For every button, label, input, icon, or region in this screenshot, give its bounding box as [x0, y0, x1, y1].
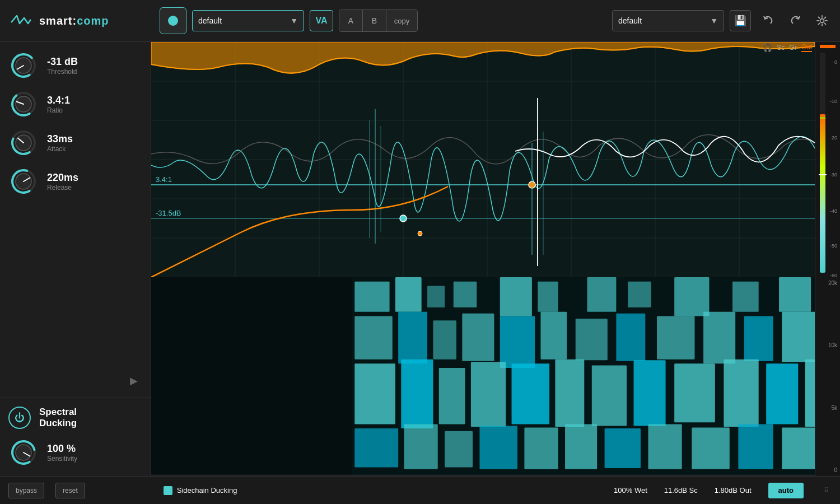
spectral-main	[151, 277, 840, 476]
preset1-arrow: ▼	[290, 16, 298, 25]
sidechain-indicator: Sidechain Ducking	[164, 486, 237, 495]
release-info: 220ms Release	[47, 172, 78, 192]
svg-point-0	[820, 19, 824, 23]
threshold-value: -31 dB	[47, 56, 78, 68]
svg-rect-97	[352, 277, 840, 476]
footer-stats: 100% Wet 11.6dB Sc 1.80dB Out auto ⠿	[614, 483, 832, 498]
right-panel: 🎧 Sc Gr Out	[151, 42, 840, 476]
settings-button[interactable]	[813, 11, 832, 30]
bypass-button[interactable]: bypass	[8, 483, 44, 498]
attack-info: 33ms Attack	[47, 133, 73, 153]
frequency-labels: 20k 10k 5k 0	[815, 277, 840, 476]
left-panel: -31 dB Threshold 3.4:1 Ratio	[0, 42, 151, 476]
a-button[interactable]: A	[339, 10, 363, 31]
meter-yellow-tick	[820, 117, 825, 119]
meter-scale: 0 -10 -20 -30 -40 -50 -60	[815, 48, 840, 277]
header-right: default ▼ 💾	[612, 10, 832, 32]
gr-label[interactable]: Gr	[789, 44, 796, 52]
undo-button[interactable]	[757, 10, 779, 32]
spectral-power-button[interactable]: ⏻	[8, 407, 31, 429]
attack-label: Attack	[47, 145, 73, 153]
threshold-row: -31 dB Threshold	[8, 50, 142, 81]
play-button[interactable]: ▶	[125, 372, 142, 389]
spectral-svg	[151, 277, 840, 476]
threshold-knob[interactable]	[8, 50, 39, 81]
spectral-info: Spectral Ducking	[39, 407, 77, 429]
ratio-value: 3.4:1	[47, 95, 70, 106]
visualizer-main: 3.4:1 -31.5dB	[151, 42, 815, 277]
redo-button[interactable]	[785, 10, 807, 32]
record-dot	[168, 16, 178, 26]
sensitivity-value: 100 %	[47, 443, 77, 455]
b-button[interactable]: B	[363, 10, 386, 31]
svg-point-38	[400, 215, 407, 222]
sc-stat: 11.6dB Sc	[664, 486, 698, 494]
out-stat: 1.80dB Out	[715, 486, 752, 494]
footer: bypass reset Sidechain Ducking 100% Wet …	[0, 476, 840, 504]
params-section: -31 dB Threshold 3.4:1 Ratio	[0, 42, 151, 398]
visualizer-svg: 3.4:1 -31.5dB	[151, 42, 815, 277]
threshold-label: Threshold	[47, 68, 78, 76]
visualizer-wrapper: 3.4:1 -31.5dB	[151, 42, 840, 277]
spectral-wrapper: 20k 10k 5k 0	[151, 277, 840, 476]
reset-button[interactable]: reset	[55, 483, 85, 498]
sidechain-label: Sidechain Ducking	[177, 486, 237, 494]
sensitivity-knob[interactable]	[8, 437, 39, 468]
preset2-select[interactable]: default ▼	[612, 10, 724, 31]
svg-text:3.4:1: 3.4:1	[156, 175, 172, 184]
meter-tick	[819, 174, 827, 175]
main-content: -31 dB Threshold 3.4:1 Ratio	[0, 42, 840, 476]
sensitivity-row: 100 % Sensitivity	[8, 437, 142, 468]
freq-10k: 10k	[828, 342, 837, 348]
attack-knob[interactable]	[8, 128, 39, 158]
auto-button[interactable]: auto	[768, 483, 804, 498]
svg-text:-31.5dB: -31.5dB	[156, 209, 181, 217]
logo-icon	[8, 11, 34, 31]
level-meter: 0 -10 -20 -30 -40 -50 -60	[815, 42, 840, 277]
ratio-knob[interactable]	[8, 89, 39, 119]
ratio-label: Ratio	[47, 106, 70, 114]
spectral-title2: Ducking	[39, 418, 77, 429]
freq-0: 0	[834, 467, 837, 473]
sensitivity-info: 100 % Sensitivity	[47, 443, 77, 463]
ratio-row: 3.4:1 Ratio	[8, 89, 142, 119]
preset2-arrow: ▼	[710, 16, 718, 25]
spectral-ducking-row: ⏻ Spectral Ducking	[8, 407, 142, 429]
save-button[interactable]: 💾	[730, 10, 751, 31]
release-value: 220ms	[47, 172, 78, 184]
spectral-title1: Spectral	[39, 407, 77, 418]
wet-stat: 100% Wet	[614, 486, 647, 494]
save-icon: 💾	[734, 15, 746, 27]
app-name: smart:comp	[39, 15, 109, 27]
attack-row: 33ms Attack	[8, 128, 142, 158]
sidechain-square	[164, 486, 172, 495]
sc-label[interactable]: Sc	[777, 44, 785, 52]
meter-bar-fill	[820, 53, 825, 273]
release-knob[interactable]	[8, 166, 39, 197]
out-label[interactable]: Out	[801, 43, 812, 52]
va-button[interactable]: VA	[310, 10, 333, 31]
ab-group: A B copy	[339, 10, 418, 32]
freq-20k: 20k	[828, 280, 837, 286]
record-button[interactable]	[160, 7, 186, 34]
resize-handle[interactable]: ⠿	[820, 485, 832, 496]
header: smart:comp default ▼ VA A B copy default…	[0, 0, 840, 42]
power-icon: ⏻	[15, 412, 25, 424]
ratio-info: 3.4:1 Ratio	[47, 95, 70, 114]
preset1-select[interactable]: default ▼	[192, 10, 304, 31]
meter-labels: 🎧 Sc Gr Out	[763, 43, 812, 52]
threshold-info: -31 dB Threshold	[47, 56, 78, 76]
release-label: Release	[47, 184, 78, 192]
svg-point-40	[418, 231, 422, 236]
header-center: default ▼ VA A B copy	[160, 7, 612, 34]
logo-area: smart:comp	[8, 11, 160, 31]
sensitivity-label: Sensitivity	[47, 455, 77, 463]
copy-button[interactable]: copy	[386, 10, 417, 31]
release-row: 220ms Release	[8, 166, 142, 197]
spectral-section: ⏻ Spectral Ducking 100 %	[0, 398, 151, 476]
freq-5k: 5k	[831, 405, 837, 411]
attack-value: 33ms	[47, 133, 73, 145]
headphone-icon: 🎧	[763, 43, 772, 52]
